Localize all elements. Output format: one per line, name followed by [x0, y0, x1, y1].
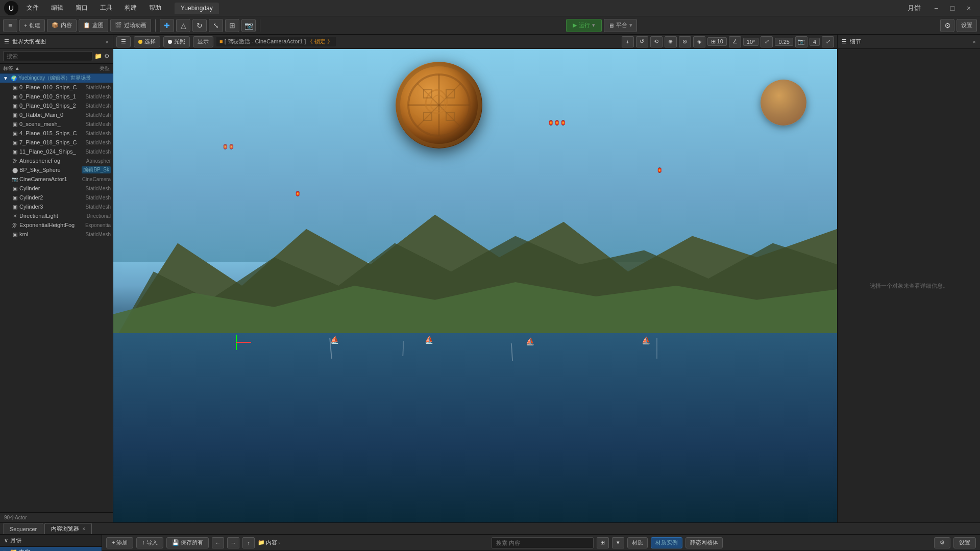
content-sidebar-title: 月饼 [10, 537, 21, 544]
content-up-btn[interactable]: ↑ [242, 537, 255, 548]
platform-button[interactable]: 🖥 平台 ▾ [604, 19, 637, 32]
outliner-title: 世界大纲视图 [12, 38, 46, 45]
breadcrumb-content[interactable]: 内容 [266, 539, 277, 546]
menu-file[interactable]: 文件 [23, 3, 42, 13]
outliner-footer: 90个Actor [0, 512, 113, 522]
item-name-atm: AtmosphericFog [19, 158, 85, 164]
menu-edit[interactable]: 编辑 [48, 3, 66, 13]
menu-window[interactable]: 窗口 [72, 3, 91, 13]
content-filter-btn[interactable]: ▾ [612, 537, 624, 548]
project-tab[interactable]: Yuebingday [175, 3, 219, 14]
outliner-item-sky[interactable]: ⬤ BP_Sky_Sphere 编辑BP_Sk [0, 165, 113, 174]
outliner-item-0[interactable]: ▣ 0_Plane_010_Ships_C StaticMesh [0, 83, 113, 92]
outliner-item-cam[interactable]: 📷 CineCameraActor1 CineCamera [0, 174, 113, 184]
outliner-add-folder-icon[interactable]: 📁 [94, 53, 102, 60]
angle-icon[interactable]: ∠ [729, 36, 741, 47]
details-close-btn[interactable]: × [973, 39, 976, 45]
scale-tool[interactable]: ⤡ [209, 19, 223, 32]
outliner-item-6[interactable]: ▣ 7_Plane_018_Ships_C StaticMesh [0, 138, 113, 147]
camera-tool[interactable]: 📷 [241, 19, 256, 32]
blueprint-button[interactable]: 📋 蓝图 [79, 19, 108, 32]
content-browser-tab[interactable]: 内容浏览器 × [44, 523, 92, 534]
settings-label-button[interactable]: 设置 [957, 19, 977, 32]
outliner-close[interactable]: × [106, 39, 109, 45]
outliner-item-5[interactable]: ▣ 4_Plane_015_Ships_C StaticMesh [0, 129, 113, 138]
cam-value: 4 [810, 38, 820, 46]
filter-material-instance-btn[interactable]: 材质实例 [651, 537, 682, 548]
content-search-input[interactable] [492, 537, 594, 548]
toolbar-mode-btn[interactable]: ≡ [3, 19, 17, 32]
vp-tool-4[interactable]: ⊕ [665, 36, 677, 47]
snap-tool[interactable]: ⊞ [225, 19, 239, 32]
close-button[interactable]: × [962, 3, 976, 13]
vp-tool-2[interactable]: ↺ [636, 36, 648, 47]
mesh-icon-0: ▣ [11, 85, 18, 90]
mooncake-small [761, 80, 806, 126]
item-name-0: 0_Plane_010_Ships_C [19, 84, 85, 90]
content-view-btn[interactable]: ⊞ [597, 537, 609, 548]
filter-staticmesh-btn[interactable]: 静态网格体 [685, 537, 723, 548]
outliner-search-input[interactable] [3, 51, 92, 61]
cinematic-button[interactable]: 🎬 过场动画 [110, 19, 151, 32]
outliner-item-exp[interactable]: 🌫 ExponentialHeightFog Exponentia [0, 220, 113, 230]
minimize-button[interactable]: − [929, 3, 943, 13]
content-back-btn[interactable]: ← [212, 537, 224, 548]
rotate-tool[interactable]: ↻ [192, 19, 207, 32]
outliner-item-cyl3[interactable]: ▣ Cylinder3 StaticMesh [0, 202, 113, 211]
run-button[interactable]: ▶ 运行 ▾ [566, 19, 602, 32]
transform-tool[interactable]: △ [176, 19, 190, 32]
outliner-menu-icon[interactable]: ☰ [4, 38, 9, 45]
create-button[interactable]: + 创建 [19, 19, 45, 32]
outliner-settings-icon[interactable]: ⚙ [104, 53, 110, 60]
outliner-item-cyl[interactable]: ▣ Cylinder StaticMesh [0, 184, 113, 193]
outliner-item-dir[interactable]: ☀ DirectionalLight Directional [0, 211, 113, 220]
cyl3-icon: ▣ [11, 204, 18, 210]
outliner-item-2[interactable]: ▣ 0_Plane_010_Ships_2 StaticMesh [0, 101, 113, 110]
outliner-item-4[interactable]: ▣ 0_scene_mesh_ StaticMesh [0, 119, 113, 129]
content-add-button[interactable]: + 添加 [106, 537, 133, 548]
outliner-item-1[interactable]: ▣ 0_Plane_010_Ships_1 StaticMesh [0, 92, 113, 101]
maximize-button[interactable]: □ [945, 3, 960, 13]
content-button[interactable]: 📦 内容 [47, 19, 77, 32]
show-button[interactable]: 显示 [193, 36, 213, 47]
select-mode-button[interactable]: 选择 [134, 36, 160, 47]
content-import-button[interactable]: ↑ 导入 [136, 537, 163, 548]
viewport-canvas[interactable]: ⛵ ⛵ ⛵ ⛵ [113, 49, 837, 522]
scale-icon[interactable]: ⤢ [761, 36, 773, 47]
details-panel: ☰ 细节 × 选择一个对象来查看详细信息。 [837, 35, 980, 522]
maximize-vp-btn[interactable]: ⤢ [822, 36, 834, 47]
vp-tool-3[interactable]: ⟲ [650, 36, 663, 47]
content-forward-btn[interactable]: → [227, 537, 239, 548]
content-settings-label[interactable]: 设置 [953, 537, 976, 548]
mesh-icon-6: ▣ [11, 140, 18, 145]
outliner-item-cyl2[interactable]: ▣ Cylinder2 StaticMesh [0, 193, 113, 202]
select-tool[interactable]: ✚ [160, 19, 174, 32]
cam-icon-vp[interactable]: 📷 [795, 36, 807, 47]
vp-tool-5[interactable]: ⊗ [679, 36, 691, 47]
content-settings-btn[interactable]: ⚙ [934, 537, 950, 548]
outliner-item-7[interactable]: ▣ 11_Plane_024_Ships_ StaticMesh [0, 147, 113, 156]
lighting-button[interactable]: 光照 [163, 36, 190, 47]
details-header: ☰ 细节 × [838, 35, 980, 49]
vp-tool-1[interactable]: + [622, 36, 634, 47]
item-type-4: StaticMesh [86, 121, 111, 127]
perspective-button[interactable]: ☰ [116, 36, 131, 47]
outliner-item-atm[interactable]: 🌫 AtmosphericFog Atmospher [0, 156, 113, 165]
menu-tools[interactable]: 工具 [97, 3, 115, 13]
tree-item-content[interactable]: ▼ 📁 内容 [0, 547, 102, 551]
toolbar-separator2 [260, 19, 260, 32]
sequencer-tab[interactable]: Sequencer [3, 523, 43, 534]
vp-tool-6[interactable]: ◈ [693, 36, 705, 47]
outliner-item-3[interactable]: ▣ 0_Rabbit_Main_0 StaticMesh [0, 110, 113, 119]
menu-help[interactable]: 帮助 [146, 3, 164, 13]
filter-material-btn[interactable]: 材质 [627, 537, 648, 548]
details-menu-icon[interactable]: ☰ [842, 38, 847, 45]
outliner-item-world[interactable]: ▼ 🌍 Yuebingday（编辑器）世界场景 [0, 73, 113, 83]
item-type-cyl: StaticMesh [86, 186, 111, 191]
content-sidebar-collapse[interactable]: ∨ [4, 537, 8, 544]
content-save-button[interactable]: 💾 保存所有 [166, 537, 209, 548]
menu-build[interactable]: 构建 [121, 3, 140, 13]
content-browser-tab-close[interactable]: × [82, 526, 85, 532]
outliner-item-kml[interactable]: ▣ kml StaticMesh [0, 230, 113, 239]
settings-button[interactable]: ⚙ [940, 19, 954, 32]
